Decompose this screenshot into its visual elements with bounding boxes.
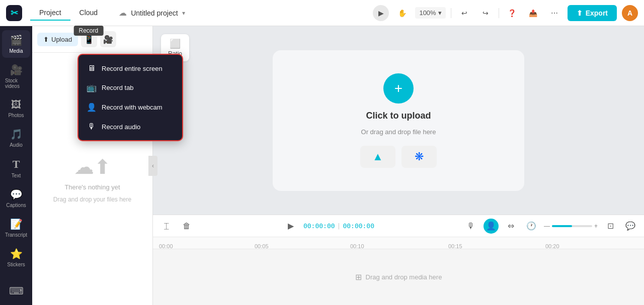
microphone-icon: 🎙 bbox=[87, 122, 97, 131]
upload-title[interactable]: Click to upload bbox=[366, 111, 431, 121]
media-icon: 🎬 bbox=[10, 34, 23, 46]
topbar-right: ▶ ✋ 100% ▾ ↩ ↪ ❓ 📤 ⋯ ⬆ Export A bbox=[373, 5, 638, 21]
clock-button[interactable]: 🕐 bbox=[524, 219, 539, 234]
collapse-handle[interactable]: ‹ bbox=[148, 156, 157, 176]
sidebar-item-label: Audio bbox=[10, 142, 23, 148]
sidebar-item-transcript[interactable]: 📝 Transcript bbox=[2, 214, 30, 242]
screen-icon: 🖥 bbox=[87, 64, 97, 73]
record-tooltip: Record bbox=[74, 26, 104, 36]
avatar[interactable]: A bbox=[622, 5, 638, 21]
webcam-icon: 👤 bbox=[87, 103, 97, 112]
divider-2 bbox=[499, 8, 499, 18]
upload-plus-button[interactable]: + bbox=[383, 73, 414, 104]
sidebar: 🎬 Media 🎥 Stock videos 🖼 Photos 🎵 Audio … bbox=[0, 26, 32, 305]
export-button[interactable]: ⬆ Export bbox=[568, 5, 617, 21]
avatar-recording-button[interactable]: 👤 bbox=[484, 219, 499, 234]
canvas-timeline-area: ⬜ Ratio + Click to upload Or drag and dr… bbox=[153, 26, 644, 305]
sidebar-item-label: Photos bbox=[8, 113, 24, 118]
help-button[interactable]: ❓ bbox=[504, 5, 520, 21]
zoom-plus-icon: + bbox=[594, 223, 598, 230]
share-button[interactable]: 📤 bbox=[525, 5, 541, 21]
media-panel: ⬆ Upload 📱 🎥 🖥 Record entire screen 📺 Re… bbox=[32, 26, 153, 305]
zoom-minus-icon: — bbox=[544, 223, 550, 230]
dropbox-button[interactable]: ❋ bbox=[401, 146, 437, 168]
cloud-upload-icon: ☁⬆ bbox=[74, 155, 111, 178]
split-clip-button[interactable]: ⇔ bbox=[504, 219, 519, 234]
upload-service-buttons: ▲ ❋ bbox=[360, 146, 437, 168]
audio-icon: 🎵 bbox=[10, 128, 23, 140]
sidebar-item-media[interactable]: 🎬 Media bbox=[2, 30, 30, 58]
sidebar-item-stock[interactable]: 🎥 Stock videos bbox=[2, 60, 30, 93]
sidebar-item-label: Transcript bbox=[5, 232, 27, 238]
sidebar-item-more[interactable]: ⌨ bbox=[2, 281, 30, 301]
upload-arrow-icon: ⬆ bbox=[43, 36, 49, 43]
timeline-play-button[interactable]: ▶ bbox=[283, 219, 298, 234]
play-button[interactable]: ▶ bbox=[373, 5, 389, 21]
tab-project[interactable]: Project bbox=[30, 6, 70, 21]
project-name[interactable]: Untitled project bbox=[131, 9, 178, 17]
sidebar-item-label: Media bbox=[9, 48, 23, 54]
export-icon: ⬆ bbox=[577, 9, 583, 17]
time-separator: | bbox=[337, 222, 341, 230]
drag-hint-text: Drag and drop media here bbox=[366, 273, 442, 281]
record-tab-option[interactable]: 📺 Record tab bbox=[78, 78, 182, 97]
topbar: ✂ Project Cloud Record ☁ Untitled projec… bbox=[0, 0, 644, 26]
upload-button[interactable]: ⬆ Upload bbox=[37, 33, 78, 46]
tab-cloud[interactable]: Cloud Record bbox=[70, 6, 107, 21]
record-screen-option[interactable]: 🖥 Record entire screen bbox=[78, 59, 182, 78]
ruler-mark-3: 00:15 bbox=[448, 243, 462, 249]
sidebar-item-captions[interactable]: 💬 Captions bbox=[2, 184, 30, 212]
logo-icon: ✂ bbox=[11, 8, 18, 19]
timeline-toolbar: ⌶ 🗑 ▶ 00:00:00 | 00:00:00 🎙 👤 ⇔ 🕐 — bbox=[153, 215, 644, 237]
sidebar-item-stickers[interactable]: ⭐ Stickers bbox=[2, 244, 30, 271]
canvas-area: ⬜ Ratio + Click to upload Or drag and dr… bbox=[153, 26, 644, 215]
stickers-icon: ⭐ bbox=[10, 248, 23, 260]
ruler-mark-4: 00:20 bbox=[545, 243, 559, 249]
project-dropdown-icon[interactable]: ▾ bbox=[182, 10, 185, 17]
microphone-button[interactable]: 🎙 bbox=[463, 219, 478, 234]
google-drive-icon: ▲ bbox=[372, 150, 383, 163]
dropbox-icon: ❋ bbox=[415, 150, 424, 163]
stock-icon: 🎥 bbox=[10, 64, 23, 76]
timeline-tracks[interactable]: ⊞ Drag and drop media here bbox=[153, 249, 644, 305]
tab-icon: 📺 bbox=[87, 83, 97, 92]
google-drive-button[interactable]: ▲ bbox=[360, 146, 395, 168]
undo-button[interactable]: ↩ bbox=[456, 5, 472, 21]
zoom-dropdown-icon: ▾ bbox=[438, 9, 442, 17]
time-display: 00:00:00 | 00:00:00 bbox=[303, 222, 374, 230]
sidebar-item-photos[interactable]: 🖼 Photos bbox=[2, 95, 30, 122]
more-button[interactable]: ⋯ bbox=[546, 5, 562, 21]
zoom-slider[interactable] bbox=[552, 225, 592, 227]
split-button[interactable]: ⌶ bbox=[159, 219, 174, 234]
caption-timeline-button[interactable]: 💬 bbox=[623, 219, 638, 234]
app-logo: ✂ bbox=[6, 5, 22, 21]
sidebar-item-label: Captions bbox=[6, 202, 26, 208]
topbar-center: ☁ Untitled project ▾ bbox=[119, 8, 185, 18]
topbar-tabs: Project Cloud Record bbox=[30, 6, 107, 21]
text-icon: T bbox=[13, 158, 20, 171]
ruler-mark-0: 00:00 bbox=[159, 243, 173, 249]
record-dropdown: 🖥 Record entire screen 📺 Record tab 👤 Re… bbox=[77, 54, 183, 141]
sidebar-item-label: Stickers bbox=[7, 262, 25, 267]
sidebar-item-audio[interactable]: 🎵 Audio bbox=[2, 124, 30, 152]
hand-tool-button[interactable]: ✋ bbox=[394, 5, 410, 21]
timeline: ⌶ 🗑 ▶ 00:00:00 | 00:00:00 🎙 👤 ⇔ 🕐 — bbox=[153, 215, 644, 305]
record-audio-option[interactable]: 🎙 Record audio bbox=[78, 117, 182, 136]
divider-1 bbox=[451, 8, 451, 18]
timeline-ruler: 00:00 00:05 00:10 00:15 00:20 bbox=[153, 237, 644, 249]
redo-button[interactable]: ↪ bbox=[477, 5, 494, 21]
delete-button[interactable]: 🗑 bbox=[179, 219, 194, 234]
upload-zone: + Click to upload Or drag and drop file … bbox=[273, 50, 524, 191]
record-webcam-option[interactable]: 👤 Record with webcam bbox=[78, 97, 182, 117]
sidebar-item-text[interactable]: T Text bbox=[2, 154, 30, 182]
main-layout: 🎬 Media 🎥 Stock videos 🖼 Photos 🎵 Audio … bbox=[0, 26, 644, 305]
sidebar-item-label: Text bbox=[12, 173, 21, 178]
upload-subtitle: Or drag and drop file here bbox=[361, 128, 436, 136]
transcript-icon: 📝 bbox=[10, 218, 23, 230]
zoom-control[interactable]: 100% ▾ bbox=[415, 7, 445, 19]
ratio-icon: ⬜ bbox=[170, 38, 181, 49]
time-total: 00:00:00 bbox=[343, 222, 374, 230]
cloud-icon: ☁ bbox=[119, 8, 127, 18]
expand-button[interactable]: ⊡ bbox=[603, 219, 618, 234]
photos-icon: 🖼 bbox=[11, 99, 21, 111]
